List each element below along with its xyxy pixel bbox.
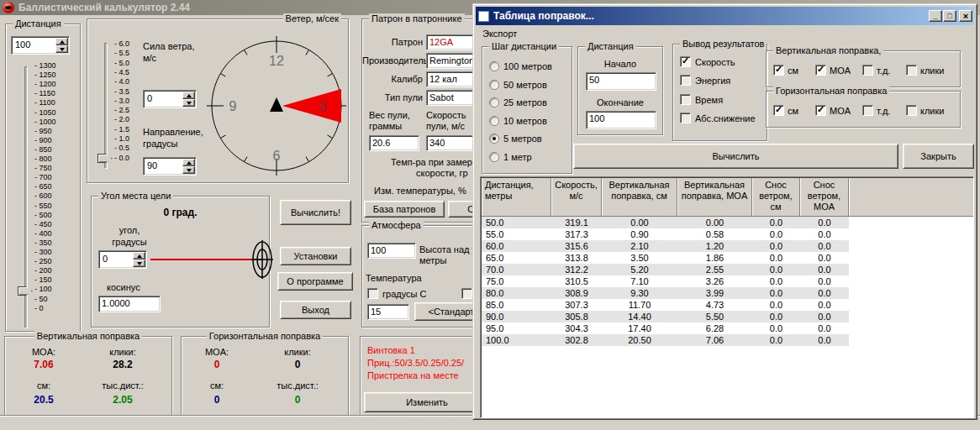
wind-slider-thumb[interactable] xyxy=(97,154,113,163)
checkbox-unchecked-icon[interactable] xyxy=(680,94,691,105)
wind-scale-tick: - 3.5 xyxy=(114,87,129,96)
checkbox-checked-icon[interactable] xyxy=(680,56,691,67)
bullet-speed-field[interactable]: 340 xyxy=(426,135,477,151)
checkbox-unchecked-icon[interactable] xyxy=(906,105,917,116)
celsius-checkbox[interactable] xyxy=(367,288,378,299)
wind-direction-wedge-icon xyxy=(282,89,341,123)
about-button[interactable]: О программе xyxy=(277,272,353,291)
distance-scale-tick: - 600 xyxy=(34,191,52,200)
maximize-button[interactable]: □ xyxy=(943,10,956,22)
angle-spin-down-icon[interactable] xyxy=(133,260,145,267)
altitude-field[interactable]: 100 xyxy=(367,243,416,259)
temperature-field[interactable]: 15 xyxy=(367,304,409,320)
horizontal-output-group: Горизонтальная поправка смMOAт.д.клики xyxy=(766,91,961,128)
distance-spin-up-icon[interactable] xyxy=(55,38,68,45)
distance-scale-tick: - 150 xyxy=(34,275,52,284)
checkbox-checked-icon[interactable] xyxy=(773,65,784,76)
table-header-cell[interactable]: Снос ветром, см xyxy=(752,178,800,216)
table-header-cell[interactable]: Скорость, м/с xyxy=(551,178,602,216)
range-end-field[interactable]: 100 xyxy=(586,111,656,129)
table-row[interactable]: 60.0315.62.101.200.00.0 xyxy=(482,240,849,252)
corrections-table[interactable]: Дистанция, метрыСкорость, м/сВертикальна… xyxy=(480,176,974,418)
step-option[interactable]: 50 метров xyxy=(489,79,547,91)
table-cell: 85.0 xyxy=(482,299,551,311)
dialog-titlebar[interactable]: Таблица поправок... _ □ × xyxy=(476,7,974,25)
dialog-close-button[interactable]: Закрыть xyxy=(903,144,974,169)
dialog-calculate-button[interactable]: Вычислить xyxy=(573,144,898,169)
distance-slider-thumb[interactable] xyxy=(18,286,33,296)
table-cell: 0.0 xyxy=(752,322,800,334)
range-start-field[interactable]: 50 xyxy=(586,72,656,91)
checkbox-checked-icon[interactable] xyxy=(815,65,826,76)
calculate-button[interactable]: Вычислить! xyxy=(280,200,351,225)
wind-direction-spin-up-icon[interactable] xyxy=(182,159,195,166)
wind-direction-spin-down-icon[interactable] xyxy=(182,166,195,174)
table-header-cell[interactable]: Вертикальная поправка, см xyxy=(602,178,677,216)
minimize-button[interactable]: _ xyxy=(929,10,942,22)
bullet-weight-field[interactable]: 20.6 xyxy=(369,135,419,151)
table-row[interactable]: 65.0313.83.501.860.00.0 xyxy=(482,252,849,264)
table-row[interactable]: 85.0307.311.704.730.00.0 xyxy=(482,299,849,311)
close-window-icon[interactable]: × xyxy=(959,10,972,22)
settings-button[interactable]: Установки xyxy=(280,247,351,265)
distance-spin-down-icon[interactable] xyxy=(55,45,68,53)
table-row[interactable]: 75.0310.57.103.260.00.0 xyxy=(482,275,849,287)
output-option-label: Энергия xyxy=(695,76,730,86)
angle-spin-up-icon[interactable] xyxy=(133,252,145,260)
wind-slider-track[interactable] xyxy=(104,43,108,169)
checkbox-unchecked-icon[interactable] xyxy=(906,65,917,76)
radio-unselected-icon[interactable] xyxy=(489,97,499,108)
checkbox-unchecked-icon[interactable] xyxy=(680,75,691,86)
table-row[interactable]: 55.0317.30.900.580.00.0 xyxy=(482,228,849,240)
table-row[interactable]: 95.0304.317.406.280.00.0 xyxy=(482,322,849,334)
radio-unselected-icon[interactable] xyxy=(489,80,499,90)
table-cell: 7.06 xyxy=(677,334,752,346)
atmosphere-group-title: Атмосфера xyxy=(369,220,424,230)
table-row[interactable]: 80.0308.99.303.990.00.0 xyxy=(482,287,849,299)
cartridge-field-label: Калибр xyxy=(362,74,423,84)
angle-label-1: угол, xyxy=(100,225,159,235)
table-row[interactable]: 50.0319.10.000.000.00.0 xyxy=(482,217,849,228)
checkbox-checked-icon[interactable] xyxy=(815,105,826,116)
radio-selected-icon[interactable] xyxy=(489,134,499,144)
step-option[interactable]: 100 метров xyxy=(489,60,552,72)
fahrenheit-checkbox[interactable] xyxy=(461,288,472,299)
screen: Баллистический калькулятор 2.44 Дистанци… xyxy=(0,0,980,430)
checkbox-unchecked-icon[interactable] xyxy=(680,113,691,123)
change-rifle-button[interactable]: Изменить xyxy=(364,392,490,412)
step-option[interactable]: 1 метр xyxy=(489,151,532,163)
cartridge-db-button[interactable]: База патронов xyxy=(364,201,445,218)
checkbox-checked-icon[interactable] xyxy=(773,105,784,116)
wind-force-spin-up-icon[interactable] xyxy=(182,92,195,99)
menu-export[interactable]: Экспорт xyxy=(477,27,522,40)
step-option[interactable]: 25 метров xyxy=(489,97,547,108)
radio-unselected-icon[interactable] xyxy=(489,116,499,126)
temperature-title: Температура xyxy=(366,273,422,283)
radio-unselected-icon[interactable] xyxy=(489,152,499,162)
wind-scale-tick: - 5.0 xyxy=(114,59,129,67)
horizontal-mil-value: 0 xyxy=(266,394,329,406)
table-cell: 3.26 xyxy=(677,275,752,287)
table-header-cell[interactable]: Дистанция, метры xyxy=(482,178,551,216)
step-option[interactable]: 10 метров xyxy=(489,115,547,127)
distance-scale-tick: - 850 xyxy=(34,145,52,154)
table-row[interactable]: 70.0312.25.202.550.00.0 xyxy=(482,264,849,275)
distance-scale-tick: - 1100 xyxy=(34,98,55,107)
exit-button[interactable]: Выход xyxy=(280,301,351,319)
checkbox-unchecked-icon[interactable] xyxy=(862,105,873,116)
table-header-cell[interactable]: Снос ветром, MOA xyxy=(800,178,849,216)
table-cell: 0.0 xyxy=(800,299,849,311)
table-row[interactable]: 90.0305.814.405.500.00.0 xyxy=(482,311,849,322)
step-option-label: 5 метров xyxy=(503,134,542,144)
wind-force-spin-down-icon[interactable] xyxy=(182,99,195,107)
checkbox-unchecked-icon[interactable] xyxy=(862,65,873,76)
step-option[interactable]: 5 метров xyxy=(489,133,542,144)
table-cell: 0.00 xyxy=(677,217,752,228)
range-start-label: Начало xyxy=(578,59,662,69)
table-row[interactable]: 100.0302.820.507.060.00.0 xyxy=(482,334,849,346)
vertical-clicks-value: 28.2 xyxy=(89,359,156,370)
table-cell: 50.0 xyxy=(482,217,551,228)
wind-clock-dial[interactable]: 12 3 6 9 xyxy=(205,34,348,177)
table-header-cell[interactable]: Вертикальная поправка, MOA xyxy=(677,178,752,216)
radio-unselected-icon[interactable] xyxy=(489,61,499,71)
